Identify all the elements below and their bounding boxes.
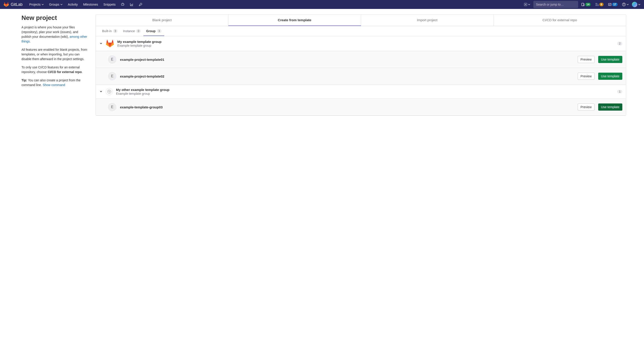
help-dropdown[interactable] xyxy=(621,2,630,7)
templates-list: My example template group Example templa… xyxy=(96,36,626,116)
group-desc: Example template group xyxy=(117,44,614,48)
page-title: New project xyxy=(22,14,88,22)
nav-snippets[interactable]: Snippets xyxy=(101,1,118,8)
user-menu[interactable] xyxy=(632,2,640,7)
subtab-group[interactable]: Group3 xyxy=(144,26,164,36)
use-template-button[interactable]: Use template xyxy=(598,104,622,110)
plus-dropdown[interactable] xyxy=(523,2,532,7)
nav-chart-icon[interactable] xyxy=(128,1,136,8)
group-count: 1 xyxy=(617,90,622,94)
template-row: E example-project-template01 Preview Use… xyxy=(96,51,626,68)
gitlab-logo[interactable]: GitLab xyxy=(4,2,22,7)
sidebar-p1: A project is where you house your files … xyxy=(22,25,88,44)
tab-cicd-external[interactable]: CI/CD for external repo xyxy=(494,14,626,26)
sidebar-p3: To only use CI/CD features for an extern… xyxy=(22,65,88,74)
nav-groups[interactable]: Groups xyxy=(47,1,65,8)
svg-rect-2 xyxy=(582,3,584,6)
main-panel: Blank project Create from template Impor… xyxy=(96,14,626,116)
group-header: My example template group Example templa… xyxy=(96,36,626,51)
chevron-down-icon[interactable] xyxy=(100,90,102,94)
mrs-count: 6 xyxy=(599,3,604,6)
nav-milestones[interactable]: Milestones xyxy=(81,1,100,8)
template-avatar: E xyxy=(108,72,116,80)
sidebar-p4: Tip: You can also create a project from … xyxy=(22,78,88,88)
sidebar: New project A project is where you house… xyxy=(22,14,88,116)
template-name: example-project-template02 xyxy=(120,74,574,78)
gitlab-icon xyxy=(4,2,9,7)
chevron-down-icon[interactable] xyxy=(100,42,102,46)
gitlab-icon xyxy=(106,39,114,48)
chevron-down-icon xyxy=(60,3,62,6)
svg-point-8 xyxy=(108,90,111,94)
chevron-down-icon xyxy=(528,3,530,6)
todos-icon xyxy=(608,3,612,6)
main-tabs: Blank project Create from template Impor… xyxy=(96,14,626,26)
group-info: My example template group Example templa… xyxy=(117,40,614,48)
todos-badge[interactable]: 17 xyxy=(607,2,619,7)
show-command-link[interactable]: Show command xyxy=(43,83,65,87)
preview-button[interactable]: Preview xyxy=(578,56,594,63)
search-box[interactable] xyxy=(534,1,578,8)
nav-wrench-icon[interactable] xyxy=(136,1,144,8)
svg-point-4 xyxy=(596,5,597,6)
content: New project A project is where you house… xyxy=(0,9,644,121)
subtab-instance[interactable]: Instance0 xyxy=(120,26,144,36)
group-name: My other example template group xyxy=(116,88,614,92)
issues-icon xyxy=(581,3,585,6)
tab-create-from-template[interactable]: Create from template xyxy=(228,14,361,26)
chevron-down-icon xyxy=(42,3,44,6)
issues-badge[interactable]: 14 xyxy=(580,2,592,7)
chevron-down-icon xyxy=(626,3,629,6)
merge-request-icon xyxy=(595,3,599,6)
template-name: example-template-group03 xyxy=(120,105,574,109)
navbar-right: 14 6 17 xyxy=(523,1,640,8)
todos-count: 17 xyxy=(612,3,618,6)
navbar: GitLab Projects Groups Activity Mileston… xyxy=(0,0,644,9)
use-template-button[interactable]: Use template xyxy=(598,56,622,63)
nav-activity[interactable]: Activity xyxy=(66,1,80,8)
nav-projects[interactable]: Projects xyxy=(27,1,46,8)
group-name: My example template group xyxy=(117,40,614,44)
help-icon xyxy=(622,3,626,6)
search-input[interactable] xyxy=(536,3,575,6)
use-template-button[interactable]: Use template xyxy=(598,73,622,80)
preview-button[interactable]: Preview xyxy=(578,104,594,110)
group-desc: Example template group xyxy=(116,92,614,96)
svg-point-5 xyxy=(598,5,598,6)
sidebar-p2: All features are enabled for blank proje… xyxy=(22,48,88,62)
svg-point-3 xyxy=(596,3,597,4)
preview-button[interactable]: Preview xyxy=(578,73,594,80)
tanuki-outline-icon xyxy=(107,90,112,94)
group-header: My other example template group Example … xyxy=(96,85,626,99)
template-name: example-project-template01 xyxy=(120,58,574,62)
group-avatar-circle xyxy=(106,88,113,95)
nav-gauge-icon[interactable] xyxy=(119,1,127,8)
subtab-builtin[interactable]: Built-in3 xyxy=(100,26,120,36)
chevron-down-icon xyxy=(638,3,640,6)
template-row: E example-project-template02 Preview Use… xyxy=(96,68,626,85)
navbar-left: GitLab Projects Groups Activity Mileston… xyxy=(4,1,144,8)
group-avatar-gitlab xyxy=(106,39,114,48)
tab-import-project[interactable]: Import project xyxy=(361,14,494,26)
svg-point-1 xyxy=(575,4,576,5)
search-icon xyxy=(575,3,576,6)
mrs-badge[interactable]: 6 xyxy=(594,2,605,7)
template-avatar: E xyxy=(108,55,116,64)
template-avatar: E xyxy=(108,103,116,111)
sub-tabs: Built-in3 Instance0 Group3 xyxy=(96,26,626,36)
brand-text: GitLab xyxy=(11,2,22,7)
plus-icon xyxy=(524,3,527,6)
template-row: E example-template-group03 Preview Use t… xyxy=(96,99,626,116)
issues-count: 14 xyxy=(585,3,591,6)
tab-blank-project[interactable]: Blank project xyxy=(96,14,228,26)
user-avatar xyxy=(632,2,637,7)
group-count: 2 xyxy=(617,42,622,45)
group-info: My other example template group Example … xyxy=(116,88,614,96)
